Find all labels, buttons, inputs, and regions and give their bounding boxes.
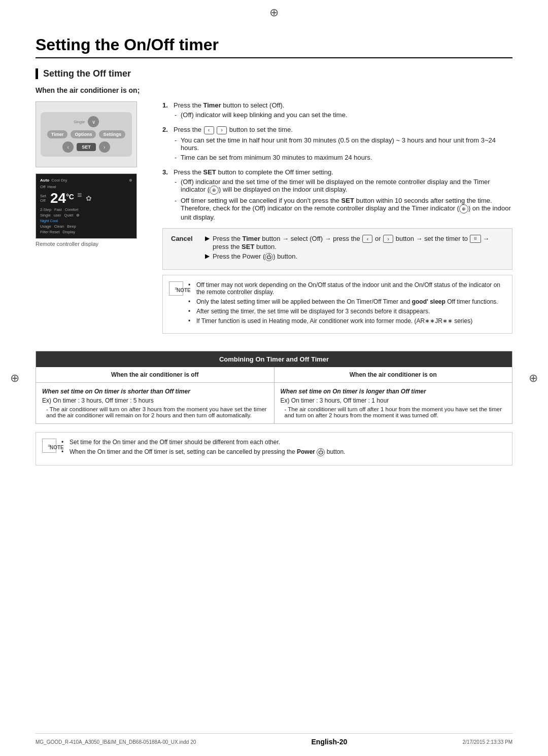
step-3-sub2: Off timer setting will be cancelled if y… [181,197,512,221]
display-filter: Filter Reset [40,230,59,234]
display-usage: Usage [40,224,51,229]
power-sym-bottom: ⏻ [317,448,325,456]
right-arrow-sym: › [217,126,227,134]
note-text-2: Only the latest setting timer will be ap… [196,298,498,305]
footer-left: MG_GOOD_R-410A_A3050_IB&IM_EN_DB68-05188… [36,739,196,745]
display-comfort: Comfort [65,207,79,212]
bottom-note-item-1: • Set time for the On timer and the Off … [61,439,504,446]
step-2-text: Press the ‹ › button to set the time. [174,126,512,134]
note-item-1: • Off timer may not work depending on th… [188,281,504,296]
combining-timer-table: Combining On Timer and Off Timer When th… [36,351,512,424]
cancel-set-bold: SET [242,243,254,250]
cancel-timer-bold: Timer [243,235,260,242]
note-icon: ≡ NOTE [169,281,183,296]
compass-right-icon: ⊕ [529,372,538,385]
step-1-sub1: (Off) indicator will keep blinking and y… [181,111,512,119]
note-bullet-3: • [188,308,192,315]
bottom-note-title: NOTE [50,445,64,450]
table-col2-header: When the air conditioner is on [275,367,512,382]
display-fast: Fast [54,207,62,212]
display-temp-row: Set Off 24 °C ≡ ✿ [40,191,132,205]
table-cell-2: When set time on On timer is longer than… [275,383,512,423]
display-beep: Beep [67,224,76,229]
sub-heading: When the air conditioner is on; [36,86,512,94]
note-item-4: • If Timer function is used in Heating m… [188,317,504,325]
table-col1-header: When the air conditioner is off [36,367,275,382]
display-step: 2-Step [40,207,51,212]
display-user: user [54,213,61,218]
remote-row-set: ‹ SET › [62,141,110,153]
step-2-sub2: Time can be set from minimum 30 minutes … [181,154,512,161]
bottom-note-text-2: When the On timer and the Off timer is s… [70,448,345,456]
remote-display-panel: Auto Cool Dry ⊕ Off Heat Set Off 24 °C [36,173,137,239]
main-content: Single ∨ Timer Options Settings ‹ SET › [36,101,512,339]
note-box: ≡ NOTE • Off timer may not work dependin… [162,275,512,334]
left-arrow-sym: ‹ [204,126,214,134]
table-column-headers: When the air conditioner is off When the… [36,367,512,383]
display-heat-row: Off Heat [40,185,132,189]
footer-center: English-20 [312,738,348,746]
table-cell2-title: When set time on On timer is longer than… [281,388,506,395]
remote-options-btn: Options [71,130,96,138]
remote-label: Remote controller display [36,241,147,247]
display-temp-value: 24 [50,191,66,205]
cancel-grid-sym: ⠿ [470,235,481,243]
timer-indicator-1: ⊕ [210,186,219,195]
step-1-bold: Timer [203,101,221,109]
display-single: Single [40,213,51,218]
note-text-1: Off timer may not work depending on the … [196,281,504,296]
footer-right: 2/17/2015 2:13:33 PM [463,739,512,745]
display-bars: ≡ [77,191,82,199]
display-row3: Night Cool [40,219,132,223]
step-3-sub1: (Off) indicator and the set time of the … [181,178,512,195]
good-sleep-bold: good' sleep [412,298,446,305]
step-2-sub1: You can set the time in half hour unit f… [181,136,512,152]
step-3-content: Press the SET button to complete the Off… [174,168,512,223]
display-temperature: 24 °C ≡ [50,191,82,205]
display-off-label: Off [40,185,46,189]
step-1-num: 1. [162,101,170,121]
note-bullet-2: • [188,298,192,305]
page: ⊕ Setting the On/Off timer Setting the O… [0,0,548,756]
table-body: When set time on On timer is shorter tha… [36,383,512,423]
step-3: 3. Press the SET button to complete the … [162,168,512,223]
compass-top-icon: ⊕ [269,6,279,19]
timer-indicator-2: ⊕ [459,204,468,213]
display-fan-icon: ✿ [86,194,92,202]
display-row5: Filter Reset Display [40,230,132,234]
display-off: Off [40,198,46,203]
cancel-item-2-text: Press the Power (⏻) button. [213,253,297,261]
display-mode-auto: Auto [40,178,49,183]
display-night-cool: Night Cool [40,219,58,223]
remote-timer-btn: Timer [47,130,67,138]
display-mode-extra: ⊕ [129,178,132,183]
display-bottom-rows: 2-Step Fast Comfort Single user Quiet ⊕ … [40,207,132,234]
step-1-content: Press the Timer button to select (Off). … [174,101,512,121]
cancel-left-sym: ‹ [362,235,372,243]
remote-right-btn: › [99,141,110,153]
table-cell2-desc: - The air conditioner will turn off afte… [285,406,506,418]
bottom-note-icon: ≡ NOTE [42,439,56,453]
display-quiet: Quiet [64,213,73,218]
display-clean: Clean [54,224,64,229]
remote-left-btn: ‹ [62,141,74,153]
display-row1: 2-Step Fast Comfort [40,207,132,212]
step-2: 2. Press the ‹ › button to set the time.… [162,126,512,163]
main-title: Setting the On/Off timer [36,35,512,58]
display-row4: Usage Clean Beep [40,224,132,229]
compass-left-icon: ⊕ [10,372,19,385]
arrow-icon-2: ▶ [205,253,210,260]
bottom-note-box: ≡ NOTE • Set time for the On timer and t… [36,432,512,465]
step-2-content: Press the ‹ › button to set the time. Yo… [174,126,512,163]
step-1-text: Press the Timer button to select (Off). [174,101,512,109]
note-title: NOTE [177,287,191,293]
table-header: Combining On Timer and Off Timer [36,351,512,367]
note-item-3: • After setting the timer, the set time … [188,308,504,315]
cancel-item-2: ▶ Press the Power (⏻) button. [205,253,504,261]
remote-chevron-down: ∨ [88,116,99,127]
table-cell1-ex: Ex) On timer : 3 hours, Off timer : 5 ho… [42,397,268,404]
right-column: 1. Press the Timer button to select (Off… [162,101,512,339]
bottom-note-item-2: • When the On timer and the Off timer is… [61,448,504,456]
footer: MG_GOOD_R-410A_A3050_IB&IM_EN_DB68-05188… [36,733,512,746]
note-bullet-4: • [188,317,192,325]
